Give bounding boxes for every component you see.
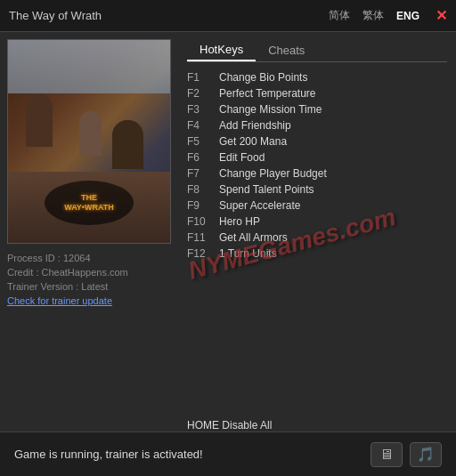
lang-simplified[interactable]: 简体 bbox=[325, 6, 354, 25]
hotkey-row[interactable]: F2Perfect Temperature bbox=[187, 85, 447, 101]
hotkey-row[interactable]: F11Get All Armors bbox=[187, 230, 447, 246]
hotkey-action: Super Accelerate bbox=[219, 199, 300, 212]
title-bar: The Way of Wrath 简体 繁体 ENG ✕ bbox=[0, 0, 456, 32]
hotkey-action: Change Bio Points bbox=[219, 71, 307, 84]
close-button[interactable]: ✕ bbox=[436, 7, 447, 24]
left-panel: THEWAY•WRATH Process ID : 12064 Credit :… bbox=[0, 32, 178, 432]
hotkey-action: Change Player Budget bbox=[219, 167, 327, 180]
hotkey-key: F2 bbox=[187, 87, 219, 100]
right-panel: HotKeys Cheats F1Change Bio PointsF2Perf… bbox=[178, 32, 456, 432]
lang-english[interactable]: ENG bbox=[393, 8, 423, 24]
hotkeys-list: F1Change Bio PointsF2Perfect Temperature… bbox=[187, 69, 447, 414]
hotkey-key: F12 bbox=[187, 247, 219, 260]
hotkey-row[interactable]: F121 Turn Units bbox=[187, 246, 447, 262]
hotkey-key: F4 bbox=[187, 119, 219, 132]
hotkey-key: F11 bbox=[187, 231, 219, 244]
hotkey-action: 1 Turn Units bbox=[219, 247, 277, 260]
hotkey-row[interactable]: F5Get 200 Mana bbox=[187, 133, 447, 149]
hotkey-action: Add Friendship bbox=[219, 119, 291, 132]
tabs: HotKeys Cheats bbox=[187, 32, 447, 62]
trainer-version-label: Trainer Version : Latest bbox=[7, 281, 108, 292]
main-content: THEWAY•WRATH Process ID : 12064 Credit :… bbox=[0, 32, 456, 432]
lang-selector: 简体 繁体 ENG ✕ bbox=[325, 6, 447, 25]
tab-cheats[interactable]: Cheats bbox=[256, 39, 317, 61]
home-action-label: HOME Disable All bbox=[187, 419, 272, 432]
hotkey-row[interactable]: F7Change Player Budget bbox=[187, 165, 447, 182]
monitor-button[interactable]: 🖥 bbox=[370, 442, 403, 467]
info-section: Process ID : 12064 Credit : CheatHappens… bbox=[7, 253, 171, 310]
hotkey-row[interactable]: F10Hero HP bbox=[187, 214, 447, 230]
scene-snow bbox=[8, 40, 170, 93]
update-link-row: Check for trainer update bbox=[7, 295, 171, 306]
scene-figure3 bbox=[112, 120, 143, 169]
hotkey-action: Get 200 Mana bbox=[219, 135, 287, 148]
game-image: THEWAY•WRATH bbox=[7, 39, 171, 244]
app-title: The Way of Wrath bbox=[9, 9, 102, 22]
hotkey-key: F1 bbox=[187, 71, 219, 84]
home-action-row: HOME Disable All bbox=[187, 419, 447, 432]
hotkey-key: F5 bbox=[187, 135, 219, 148]
hotkey-action: Edit Food bbox=[219, 151, 265, 164]
process-id-label: Process ID : 12064 bbox=[7, 253, 91, 263]
music-button[interactable]: 🎵 bbox=[410, 442, 442, 467]
hotkey-key: F8 bbox=[187, 183, 219, 196]
tab-hotkeys[interactable]: HotKeys bbox=[187, 39, 256, 61]
hotkey-row[interactable]: F3Change Mission Time bbox=[187, 101, 447, 117]
hotkey-key: F6 bbox=[187, 151, 219, 164]
game-logo-overlay: THEWAY•WRATH bbox=[45, 181, 134, 225]
credit-row: Credit : CheatHappens.com bbox=[7, 267, 171, 278]
hotkey-row[interactable]: F6Edit Food bbox=[187, 149, 447, 165]
monitor-icon: 🖥 bbox=[379, 447, 394, 463]
hotkey-action: Spend Talent Points bbox=[219, 183, 314, 196]
hotkey-action: Perfect Temperature bbox=[219, 87, 316, 100]
scene-figure2 bbox=[79, 111, 102, 156]
status-message: Game is running, trainer is activated! bbox=[14, 448, 203, 461]
hotkey-row[interactable]: F8Spend Talent Points bbox=[187, 182, 447, 198]
credit-label: Credit : CheatHappens.com bbox=[7, 267, 128, 278]
update-link[interactable]: Check for trainer update bbox=[7, 295, 112, 306]
lang-traditional[interactable]: 繁体 bbox=[359, 6, 387, 25]
process-id-row: Process ID : 12064 bbox=[7, 253, 171, 263]
scene-figure1 bbox=[26, 93, 53, 147]
status-bar: Game is running, trainer is activated! 🖥… bbox=[0, 432, 456, 476]
hotkey-action: Change Mission Time bbox=[219, 103, 322, 116]
hotkey-key: F3 bbox=[187, 103, 219, 116]
hotkey-key: F10 bbox=[187, 215, 219, 228]
hotkey-row[interactable]: F1Change Bio Points bbox=[187, 69, 447, 85]
status-icons: 🖥 🎵 bbox=[370, 442, 442, 467]
hotkey-action: Get All Armors bbox=[219, 231, 288, 244]
music-icon: 🎵 bbox=[417, 446, 435, 463]
trainer-version-row: Trainer Version : Latest bbox=[7, 281, 171, 292]
hotkey-key: F7 bbox=[187, 167, 219, 180]
game-logo-text: THEWAY•WRATH bbox=[64, 193, 114, 213]
hotkey-key: F9 bbox=[187, 199, 219, 212]
hotkey-row[interactable]: F4Add Friendship bbox=[187, 117, 447, 133]
hotkey-action: Hero HP bbox=[219, 215, 260, 228]
hotkey-row[interactable]: F9Super Accelerate bbox=[187, 198, 447, 214]
